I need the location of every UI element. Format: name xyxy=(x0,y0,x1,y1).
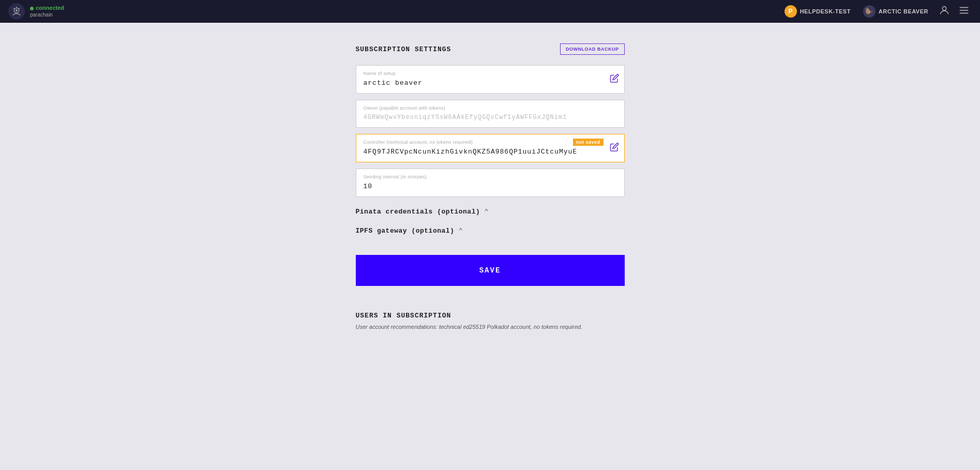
nav-left: connected parachain xyxy=(8,3,64,20)
interval-field-label: Sending interval (in minutes) xyxy=(364,174,617,179)
beaver-icon: 🦫 xyxy=(863,5,876,18)
helpdesk-label: HELPDESK-TEST xyxy=(800,8,851,14)
nav-right: P HELPDESK-TEST 🦫 ARCTIC BEAVER xyxy=(780,3,972,21)
svg-point-1 xyxy=(16,9,18,11)
controller-field-value: 4FQ9TJRCVpcNcunKizhGivknQKZ5A986QP1uuiJC… xyxy=(364,148,617,156)
controller-field-group: Controller (technical account, no tokens… xyxy=(356,134,625,162)
owner-field-label: Owner (payable account with tokens) xyxy=(364,105,617,111)
ipfs-label: IPFS gateway (optional) xyxy=(356,227,455,235)
ipfs-section[interactable]: IPFS gateway (optional) ⌃ xyxy=(356,226,625,235)
svg-point-5 xyxy=(942,6,946,10)
parachain-label: parachain xyxy=(30,12,64,18)
save-button[interactable]: SAVE xyxy=(356,255,625,286)
download-backup-button[interactable]: DOWNLOAD BACKUP xyxy=(560,43,625,55)
top-navigation: connected parachain P HELPDESK-TEST 🦫 AR… xyxy=(0,0,980,23)
interval-field-group: Sending interval (in minutes) 10 xyxy=(356,169,625,197)
main-content: SUBSCRIPTION SETTINGS DOWNLOAD BACKUP Na… xyxy=(356,23,625,362)
pinata-section[interactable]: Pinata credentials (optional) ⌃ xyxy=(356,207,625,216)
users-section-subtitle: User account recommendations: technical … xyxy=(356,323,625,331)
users-section: USERS IN SUBSCRIPTION User account recom… xyxy=(356,312,625,331)
users-section-title: USERS IN SUBSCRIPTION xyxy=(356,312,625,320)
name-field-label: Name of setup xyxy=(364,71,617,76)
interval-field-value: 10 xyxy=(364,183,617,190)
pinata-chevron-icon: ⌃ xyxy=(484,207,488,216)
connected-status: connected xyxy=(30,5,64,11)
svg-line-3 xyxy=(13,8,14,9)
owner-field-group: Owner (payable account with tokens) 4GRW… xyxy=(356,100,625,128)
connection-info: connected parachain xyxy=(30,5,64,18)
account-button[interactable]: 🦫 ARCTIC BEAVER xyxy=(859,3,932,20)
controller-edit-icon[interactable] xyxy=(610,142,619,154)
status-dot xyxy=(30,7,34,10)
helpdesk-icon: P xyxy=(785,5,797,18)
ipfs-chevron-icon: ⌃ xyxy=(458,226,462,235)
connected-label: connected xyxy=(36,5,64,11)
not-saved-badge: not saved xyxy=(573,139,604,146)
name-field-group: Name of setup arctic beaver xyxy=(356,65,625,94)
owner-field-value: 4GRWmQwvYbeoniqzYSsW6AAkEfyQGQsCwf1yAWFF… xyxy=(364,114,617,121)
settings-header: SUBSCRIPTION SETTINGS DOWNLOAD BACKUP xyxy=(356,43,625,55)
svg-line-4 xyxy=(19,8,20,9)
user-profile-button[interactable] xyxy=(937,3,952,21)
name-field-value: arctic beaver xyxy=(364,79,617,87)
settings-title: SUBSCRIPTION SETTINGS xyxy=(356,46,451,53)
pinata-label: Pinata credentials (optional) xyxy=(356,208,480,216)
name-edit-icon[interactable] xyxy=(610,73,619,85)
account-label: ARCTIC BEAVER xyxy=(879,8,928,14)
app-logo xyxy=(8,3,25,20)
hamburger-menu-button[interactable] xyxy=(956,3,972,21)
helpdesk-button[interactable]: P HELPDESK-TEST xyxy=(780,3,855,20)
